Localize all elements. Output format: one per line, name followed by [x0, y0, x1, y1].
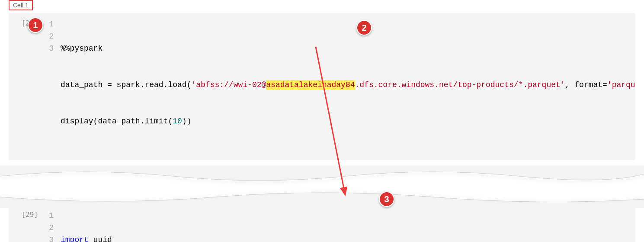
code-content-1[interactable]: %%pyspark data_path = spark.read.load('a… — [61, 18, 635, 152]
exec-count-mid: [29] — [21, 210, 38, 219]
cell-label-1: Cell 1 — [9, 0, 33, 10]
callout-2: 2 — [356, 20, 372, 35]
code-cell-1[interactable]: [22] 1 2 3 %%pyspark data_path = spark.r… — [9, 13, 635, 160]
code-cell-mid[interactable]: [29] 1 2 3 4 import uuid # Generate rand… — [9, 208, 635, 242]
callout-1: 1 — [28, 17, 43, 33]
code-content-mid[interactable]: import uuid # Generate random GUID runId… — [61, 210, 635, 242]
line-gutter: 1 2 3 — [43, 18, 61, 152]
highlighted-storage-1: asadatalakeinaday84 — [266, 80, 355, 90]
magic-command: %%pyspark — [61, 44, 103, 53]
line-gutter: 1 2 3 4 — [43, 210, 61, 242]
callout-3: 3 — [379, 191, 394, 207]
content-gap-indicator — [0, 160, 644, 208]
